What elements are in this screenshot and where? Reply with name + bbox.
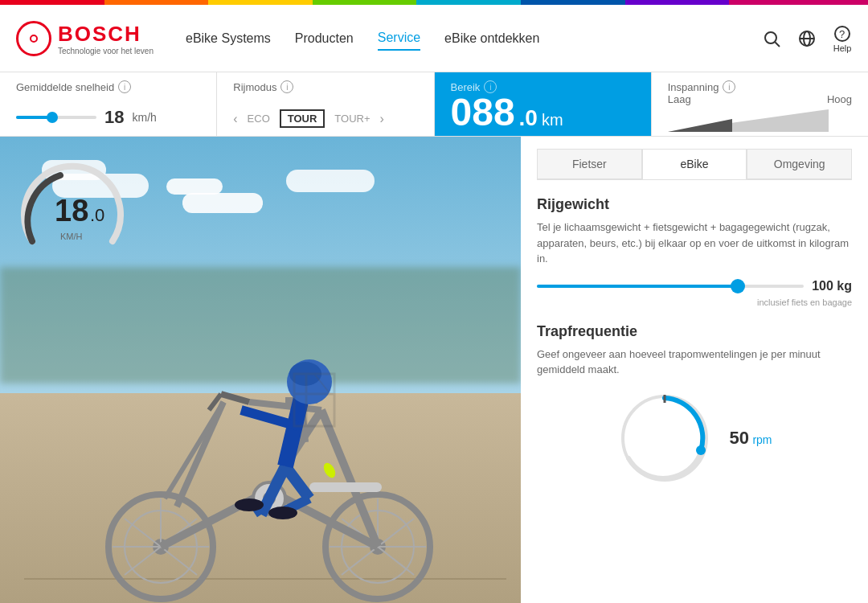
nav-ebike-systems[interactable]: eBike Systems (186, 27, 271, 50)
mode-info-icon[interactable]: i (280, 80, 293, 93)
svg-point-49 (235, 498, 264, 511)
cloud-5 (286, 170, 375, 192)
svg-point-0 (765, 32, 776, 43)
tab-fietser[interactable]: Fietser (537, 149, 642, 179)
inspanning-section: Inspanning i Laag Hoog (652, 72, 868, 136)
watermark (286, 370, 350, 437)
mode-tour[interactable]: TOUR (280, 109, 326, 128)
svg-line-43 (285, 466, 309, 498)
mode-next-arrow[interactable]: › (380, 112, 384, 126)
trapfrequentie-value-display: 50 rpm (729, 428, 772, 449)
trapfrequentie-section: Trapfrequentie Geef ongeveer aan hoeveel… (537, 323, 852, 486)
logo-area: BOSCH Technologie voor het leven (16, 21, 154, 56)
bereik-unit: km (542, 111, 563, 129)
speed-label: Gemiddelde snelheid i (16, 80, 200, 93)
inspanning-slider-area: Laag Hoog (668, 93, 852, 132)
header: BOSCH Technologie voor het leven eBike S… (0, 5, 868, 72)
bereik-km: 088 .0 km (451, 93, 563, 132)
bosch-logo-inner (30, 35, 38, 43)
svg-line-1 (776, 42, 780, 47)
speed-display: 18 km/h (104, 107, 157, 128)
bereik-number: 088 (451, 93, 515, 132)
rijgewicht-sublabel: inclusief fiets en bagage (537, 297, 852, 307)
bosch-logo-circle (16, 21, 51, 56)
mode-selector: ‹ ECO TOUR TOUR+ › (233, 109, 417, 128)
rijgewicht-slider-fill (537, 285, 737, 288)
bike-rider-svg (24, 241, 506, 603)
mode-section: Rijmodus i ‹ ECO TOUR TOUR+ › (217, 72, 434, 136)
bereik-section: Bereik i 088 .0 km (435, 72, 652, 136)
bike-area: 18 .0 KM/H (0, 137, 521, 603)
bosch-text: BOSCH Technologie voor het leven (58, 22, 154, 55)
help-label: Help (833, 43, 852, 53)
svg-text:18: 18 (55, 194, 88, 228)
svg-marker-8 (668, 119, 732, 132)
svg-text:.0: .0 (90, 205, 104, 225)
trapfrequentie-unit: rpm (752, 433, 772, 446)
rijgewicht-slider-thumb (731, 279, 745, 293)
bike-illustration (24, 253, 521, 603)
bosch-name: BOSCH (58, 22, 154, 47)
inspanning-labels: Laag Hoog (668, 93, 852, 105)
mode-label: Rijmodus i (233, 80, 417, 93)
trapfrequentie-title: Trapfrequentie (537, 323, 852, 340)
tab-ebike[interactable]: eBike (642, 149, 747, 179)
bosch-logo: BOSCH Technologie voor het leven (16, 21, 154, 56)
rijgewicht-slider[interactable] (537, 285, 804, 288)
inspanning-label: Inspanning i (668, 80, 852, 93)
trapfrequentie-value: 50 (729, 428, 748, 448)
watermark-svg (286, 370, 350, 434)
speed-slider-thumb (47, 112, 58, 123)
svg-point-58 (696, 445, 706, 455)
inspanning-triangle (668, 109, 852, 132)
speed-slider-row: 18 km/h (16, 107, 200, 128)
tab-omgeving[interactable]: Omgeving (747, 149, 852, 179)
controls-bar: Gemiddelde snelheid i 18 km/h Rijmodus i… (0, 72, 868, 137)
svg-rect-52 (294, 374, 334, 426)
trapfrequentie-desc: Geef ongeveer aan hoeveel trapomwentelin… (537, 347, 852, 378)
speed-slider-fill (16, 116, 48, 119)
search-icon[interactable] (762, 29, 781, 48)
nav-service[interactable]: Service (378, 27, 420, 51)
speed-info-icon[interactable]: i (118, 80, 131, 93)
inspanning-info-icon[interactable]: i (723, 80, 735, 93)
svg-line-55 (314, 374, 330, 394)
nav-ebike-ontdekken[interactable]: eBike ontdekken (444, 27, 539, 50)
cloud-3 (182, 193, 263, 213)
trapfrequentie-knob[interactable] (616, 390, 713, 486)
nav-producten[interactable]: Producten (295, 27, 354, 50)
mode-tour-plus[interactable]: TOUR+ (331, 111, 373, 126)
speed-section: Gemiddelde snelheid i 18 km/h (0, 72, 217, 136)
rijgewicht-desc: Tel je lichaamsgewicht + fietsgewicht + … (537, 219, 852, 267)
svg-text:KM/H: KM/H (60, 232, 83, 241)
svg-point-51 (321, 461, 338, 479)
svg-text:?: ? (839, 28, 845, 40)
svg-rect-38 (309, 482, 382, 492)
cloud-4 (166, 178, 223, 195)
bereik-decimal: .0 (519, 107, 538, 129)
svg-point-50 (268, 507, 297, 519)
help-icon[interactable]: ? Help (833, 24, 852, 53)
nav-right: ? Help (762, 24, 852, 53)
rijgewicht-value: 100 kg (812, 279, 852, 293)
rijgewicht-slider-row: 100 kg (537, 279, 852, 293)
bosch-tagline: Technologie voor het leven (58, 47, 154, 55)
bereik-value-row: 088 .0 km (451, 93, 635, 132)
svg-line-32 (221, 394, 249, 402)
inspanning-track-wrapper[interactable] (668, 109, 852, 132)
svg-line-40 (165, 402, 223, 498)
nav-menu: eBike Systems Producten Service eBike on… (186, 27, 762, 51)
tabs-row: Fietser eBike Omgeving (537, 149, 852, 180)
rijgewicht-title: Rijgewicht (537, 196, 852, 213)
main-content: 18 .0 KM/H (0, 137, 868, 603)
speed-slider[interactable] (16, 116, 96, 119)
mode-prev-arrow[interactable]: ‹ (233, 112, 237, 126)
knob-area: 50 rpm (537, 390, 852, 486)
mode-eco[interactable]: ECO (244, 111, 273, 126)
globe-icon[interactable] (797, 29, 817, 48)
rijgewicht-section: Rijgewicht Tel je lichaamsgewicht + fiet… (537, 196, 852, 307)
right-panel: Fietser eBike Omgeving Rijgewicht Tel je… (521, 137, 868, 603)
